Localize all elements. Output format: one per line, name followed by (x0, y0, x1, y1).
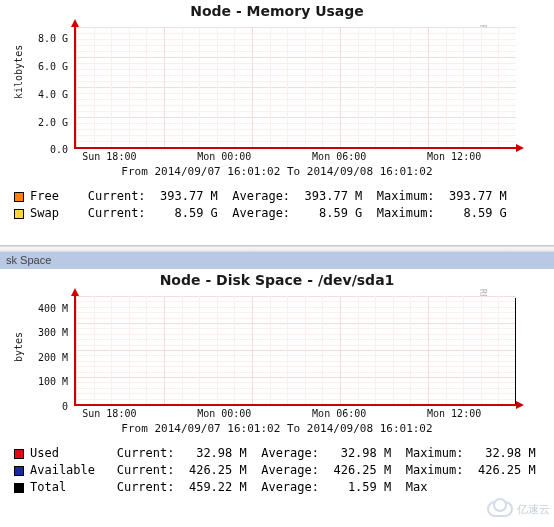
y-tick: 6.0 G (26, 61, 68, 72)
x-tick: Sun 18:00 (82, 408, 136, 419)
watermark: 亿速云 (487, 501, 550, 517)
watermark-text: 亿速云 (517, 502, 550, 517)
legend-swatch (14, 192, 24, 202)
x-tick: Mon 12:00 (427, 151, 481, 162)
y-tick: 400 M (26, 303, 68, 314)
disk-plot-area (74, 296, 516, 406)
disk-x-ticks: Sun 18:00Mon 00:00Mon 06:00Mon 12:00 (74, 408, 516, 420)
legend-text: Total Current: 459.22 M Average: 1.59 M … (30, 479, 427, 496)
memory-chart: kilobytes RRDTOOL / TOBI OETIKER 8.0 G6.… (12, 23, 538, 163)
memory-y-axis-label: kilobytes (13, 87, 24, 99)
disk-y-ticks: 400 M300 M200 M100 M0 (26, 296, 72, 406)
y-tick: 200 M (26, 351, 68, 362)
memory-y-ticks: 8.0 G6.0 G4.0 G2.0 G0.0 (26, 27, 72, 149)
y-tick: 300 M (26, 327, 68, 338)
legend-text: Free Current: 393.77 M Average: 393.77 M… (30, 188, 507, 205)
disk-y-axis-label: bytes (13, 350, 24, 362)
y-tick: 8.0 G (26, 32, 68, 43)
x-tick: Mon 06:00 (312, 151, 366, 162)
legend-swatch (14, 483, 24, 493)
y-tick: 2.0 G (26, 117, 68, 128)
legend-swatch (14, 466, 24, 476)
legend-row-free: Free Current: 393.77 M Average: 393.77 M… (14, 188, 554, 205)
legend-text: Available Current: 426.25 M Average: 426… (30, 462, 536, 479)
x-tick: Mon 12:00 (427, 408, 481, 419)
memory-panel: Node - Memory Usage kilobytes RRDTOOL / … (0, 0, 554, 246)
memory-legend: Free Current: 393.77 M Average: 393.77 M… (0, 184, 554, 228)
y-tick: 100 M (26, 375, 68, 386)
disk-total-line (515, 298, 516, 404)
y-tick: 4.0 G (26, 89, 68, 100)
disk-panel: Node - Disk Space - /dev/sda1 bytes RRDT… (0, 269, 554, 527)
disk-time-range: From 2014/09/07 16:01:02 To 2014/09/08 1… (0, 420, 554, 441)
memory-x-ticks: Sun 18:00Mon 00:00Mon 06:00Mon 12:00 (74, 151, 516, 163)
legend-row-used: Used Current: 32.98 M Average: 32.98 M M… (14, 445, 554, 462)
memory-chart-title: Node - Memory Usage (0, 0, 554, 23)
x-tick: Sun 18:00 (82, 151, 136, 162)
legend-row-available: Available Current: 426.25 M Average: 426… (14, 462, 554, 479)
memory-plot-area (74, 27, 516, 149)
legend-row-total: Total Current: 459.22 M Average: 1.59 M … (14, 479, 554, 496)
disk-legend: Used Current: 32.98 M Average: 32.98 M M… (0, 441, 554, 502)
y-tick: 0 (26, 401, 68, 412)
x-tick: Mon 00:00 (197, 151, 251, 162)
legend-text: Used Current: 32.98 M Average: 32.98 M M… (30, 445, 536, 462)
legend-swatch (14, 209, 24, 219)
legend-swatch (14, 449, 24, 459)
x-tick: Mon 00:00 (197, 408, 251, 419)
x-tick: Mon 06:00 (312, 408, 366, 419)
disk-section-header[interactable]: sk Space (0, 252, 554, 269)
memory-time-range: From 2014/09/07 16:01:02 To 2014/09/08 1… (0, 163, 554, 184)
disk-chart-title: Node - Disk Space - /dev/sda1 (0, 269, 554, 292)
disk-chart: bytes RRDTOOL / TOBI OETIKER 400 M300 M2… (12, 292, 538, 420)
y-tick: 0.0 (26, 144, 68, 155)
cloud-icon (487, 501, 513, 517)
legend-row-swap: Swap Current: 8.59 G Average: 8.59 G Max… (14, 205, 554, 222)
legend-text: Swap Current: 8.59 G Average: 8.59 G Max… (30, 205, 507, 222)
